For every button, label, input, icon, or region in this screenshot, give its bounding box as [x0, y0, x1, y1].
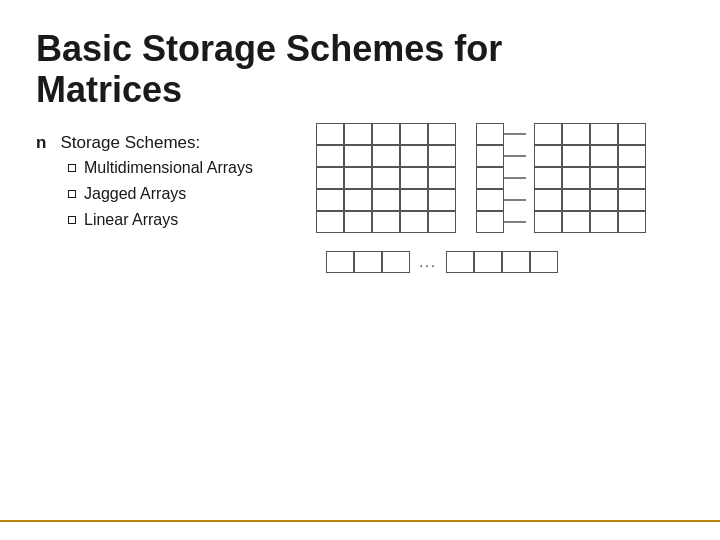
grid-cell: [400, 145, 428, 167]
jagged-row-cell: [618, 189, 646, 211]
jagged-row-cell: [590, 123, 618, 145]
linear-array-diagram: ...: [326, 251, 558, 273]
grid-cell: [316, 211, 344, 233]
grid-cell: [316, 167, 344, 189]
linear-cell: [446, 251, 474, 273]
list-item-multidimensional: Multidimensional Arrays: [68, 159, 306, 177]
bullet-icon-3: [68, 216, 76, 224]
bottom-decorative-line: [0, 520, 720, 522]
grid-cell: [372, 211, 400, 233]
slide: Basic Storage Schemes for Matrices n Sto…: [0, 0, 720, 540]
linear-cell: [530, 251, 558, 273]
diagrams-area: ...: [316, 123, 684, 273]
jagged-row: [534, 211, 646, 233]
grid-cell: [428, 167, 456, 189]
jagged-row-cell: [562, 145, 590, 167]
grid-cell: [344, 123, 372, 145]
jagged-row: [534, 123, 646, 145]
jagged-row-cell: [590, 211, 618, 233]
grid-cell: [400, 211, 428, 233]
title-line2: Matrices: [36, 69, 182, 110]
jagged-row-cell: [534, 211, 562, 233]
jagged-row: [534, 189, 646, 211]
jagged-row-cell: [534, 167, 562, 189]
jagged-row-cell: [534, 145, 562, 167]
jagged-row-cell: [562, 167, 590, 189]
grid-cell: [316, 123, 344, 145]
jagged-row-cell: [590, 189, 618, 211]
grid-cell: [372, 189, 400, 211]
storage-schemes-text: Storage Schemes:: [60, 133, 200, 153]
grid-cell: [428, 211, 456, 233]
multidimensional-grid: [316, 123, 456, 233]
grid-cell: [316, 189, 344, 211]
slide-title: Basic Storage Schemes for Matrices: [36, 28, 684, 111]
grid-cell: [344, 189, 372, 211]
jagged-left-cell: [476, 123, 504, 145]
sub-item-label-1: Multidimensional Arrays: [84, 159, 253, 177]
jagged-row-cell: [590, 145, 618, 167]
jagged-row-cell: [590, 167, 618, 189]
diagrams-top-row: [316, 123, 596, 233]
grid-cell: [372, 145, 400, 167]
jagged-row-cell: [562, 211, 590, 233]
jagged-left-column: [476, 123, 504, 233]
jagged-row-cell: [534, 189, 562, 211]
grid-cell: [344, 167, 372, 189]
linear-cell: [382, 251, 410, 273]
jagged-row-cell: [534, 123, 562, 145]
jagged-row-cell: [562, 189, 590, 211]
list-item-linear: Linear Arrays: [68, 211, 306, 229]
grid-cell: [344, 145, 372, 167]
grid-cell: [344, 211, 372, 233]
sub-item-label-3: Linear Arrays: [84, 211, 178, 229]
jagged-array-diagram: [476, 123, 596, 233]
bullet-icon-2: [68, 190, 76, 198]
jagged-left-cell: [476, 211, 504, 233]
jagged-left-cell: [476, 145, 504, 167]
linear-cell: [326, 251, 354, 273]
grid-cell: [428, 123, 456, 145]
title-line1: Basic Storage Schemes for: [36, 28, 502, 69]
grid-cell: [372, 167, 400, 189]
grid-cell: [428, 189, 456, 211]
jagged-row-cell: [618, 145, 646, 167]
grid-cell: [428, 145, 456, 167]
jagged-row-cell: [618, 123, 646, 145]
jagged-row: [534, 145, 646, 167]
jagged-left-cell: [476, 189, 504, 211]
jagged-row-cell: [618, 167, 646, 189]
list-item-jagged: Jagged Arrays: [68, 185, 306, 203]
jagged-left-cell: [476, 167, 504, 189]
text-section: n Storage Schemes: Multidimensional Arra…: [36, 133, 306, 237]
linear-cell: [354, 251, 382, 273]
main-bullet: n: [36, 133, 46, 153]
bullet-icon-1: [68, 164, 76, 172]
grid-cell: [316, 145, 344, 167]
grid-cell: [372, 123, 400, 145]
jagged-row-cell: [618, 211, 646, 233]
linear-dots: ...: [410, 251, 446, 273]
sub-items-list: Multidimensional Arrays Jagged Arrays Li…: [68, 159, 306, 229]
sub-item-label-2: Jagged Arrays: [84, 185, 186, 203]
linear-cell: [474, 251, 502, 273]
grid-cell: [400, 189, 428, 211]
jagged-right-rows: [534, 123, 646, 233]
jagged-row-cell: [562, 123, 590, 145]
storage-schemes-label: n Storage Schemes:: [36, 133, 306, 153]
jagged-row: [534, 167, 646, 189]
content-area: n Storage Schemes: Multidimensional Arra…: [36, 133, 684, 273]
grid-cell: [400, 123, 428, 145]
linear-cell: [502, 251, 530, 273]
grid-cell: [400, 167, 428, 189]
